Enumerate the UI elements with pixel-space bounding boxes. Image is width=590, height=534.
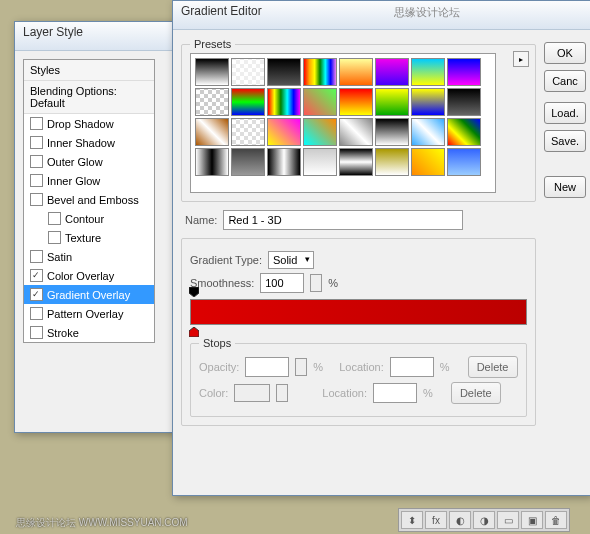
checkbox[interactable] — [30, 326, 43, 339]
preset-swatch[interactable] — [411, 148, 445, 176]
style-item-satin[interactable]: Satin — [24, 247, 154, 266]
style-item-stroke[interactable]: Stroke — [24, 323, 154, 342]
checkbox[interactable] — [30, 288, 43, 301]
preset-swatch[interactable] — [195, 118, 229, 146]
style-label: Texture — [65, 232, 101, 244]
preset-swatch[interactable] — [339, 88, 373, 116]
checkbox[interactable] — [30, 269, 43, 282]
style-label: Drop Shadow — [47, 118, 114, 130]
new-layer-icon[interactable]: ▣ — [521, 511, 543, 529]
preset-swatch[interactable] — [447, 88, 481, 116]
preset-swatch[interactable] — [195, 148, 229, 176]
checkbox[interactable] — [30, 193, 43, 206]
preset-swatch[interactable] — [267, 148, 301, 176]
presets-menu-icon[interactable]: ▸ — [513, 51, 529, 67]
style-label: Stroke — [47, 327, 79, 339]
style-label: Outer Glow — [47, 156, 103, 168]
checkbox[interactable] — [30, 155, 43, 168]
layers-toolbar: ⬍ fx ◐ ◑ ▭ ▣ 🗑 — [398, 508, 570, 532]
load-button[interactable]: Load. — [544, 102, 586, 124]
style-item-color-overlay[interactable]: Color Overlay — [24, 266, 154, 285]
checkbox[interactable] — [48, 231, 61, 244]
checkbox[interactable] — [48, 212, 61, 225]
checkbox[interactable] — [30, 250, 43, 263]
style-item-inner-glow[interactable]: Inner Glow — [24, 171, 154, 190]
preset-swatch[interactable] — [267, 118, 301, 146]
trash-icon[interactable]: 🗑 — [545, 511, 567, 529]
location-label: Location: — [339, 361, 384, 373]
preset-swatch[interactable] — [411, 58, 445, 86]
new-button[interactable]: New — [544, 176, 586, 198]
save-button[interactable]: Save. — [544, 130, 586, 152]
preset-swatch[interactable] — [303, 88, 337, 116]
layer-style-titlebar[interactable]: Layer Style — [15, 22, 175, 51]
svg-marker-0 — [189, 287, 199, 297]
preset-swatch[interactable] — [231, 148, 265, 176]
preset-swatch[interactable] — [339, 148, 373, 176]
blending-header[interactable]: Blending Options: Default — [24, 81, 154, 114]
preset-swatch[interactable] — [195, 58, 229, 86]
gradient-name-input[interactable] — [223, 210, 463, 230]
style-item-gradient-overlay[interactable]: Gradient Overlay — [24, 285, 154, 304]
preset-swatch[interactable] — [339, 58, 373, 86]
preset-swatch[interactable] — [375, 118, 409, 146]
preset-swatch[interactable] — [231, 58, 265, 86]
presets-label: Presets — [190, 38, 235, 50]
presets-panel: Presets ▸ — [181, 44, 536, 202]
preset-swatch[interactable] — [375, 58, 409, 86]
style-item-contour[interactable]: Contour — [24, 209, 154, 228]
style-item-pattern-overlay[interactable]: Pattern Overlay — [24, 304, 154, 323]
style-label: Gradient Overlay — [47, 289, 130, 301]
gradient-type-select[interactable]: Solid — [268, 251, 314, 269]
watermark-text: 思缘设计论坛 — [394, 5, 460, 20]
preset-swatch[interactable] — [339, 118, 373, 146]
style-item-inner-shadow[interactable]: Inner Shadow — [24, 133, 154, 152]
checkbox[interactable] — [30, 307, 43, 320]
opacity-stop-icon[interactable] — [189, 287, 199, 297]
style-item-drop-shadow[interactable]: Drop Shadow — [24, 114, 154, 133]
styles-list: Styles Blending Options: Default Drop Sh… — [23, 59, 155, 343]
preset-swatch[interactable] — [267, 88, 301, 116]
cancel-button[interactable]: Canc — [544, 70, 586, 92]
preset-swatch[interactable] — [231, 118, 265, 146]
gradient-bar[interactable] — [190, 299, 527, 325]
fx-icon[interactable]: fx — [425, 511, 447, 529]
preset-swatch[interactable] — [447, 118, 481, 146]
checkbox[interactable] — [30, 117, 43, 130]
gradient-editor-titlebar[interactable]: Gradient Editor — [173, 1, 590, 30]
preset-swatch[interactable] — [303, 58, 337, 86]
svg-marker-1 — [189, 327, 199, 337]
style-item-bevel-and-emboss[interactable]: Bevel and Emboss — [24, 190, 154, 209]
ok-button[interactable]: OK — [544, 42, 586, 64]
opacity-input — [245, 357, 289, 377]
preset-swatch[interactable] — [447, 148, 481, 176]
preset-swatch[interactable] — [411, 118, 445, 146]
preset-swatch[interactable] — [447, 58, 481, 86]
link-icon[interactable]: ⬍ — [401, 511, 423, 529]
style-item-outer-glow[interactable]: Outer Glow — [24, 152, 154, 171]
smoothness-spinner[interactable] — [310, 274, 322, 292]
folder-icon[interactable]: ▭ — [497, 511, 519, 529]
preset-swatch[interactable] — [267, 58, 301, 86]
adjustment-icon[interactable]: ◑ — [473, 511, 495, 529]
delete-color-stop-button: Delete — [451, 382, 501, 404]
preset-swatch[interactable] — [195, 88, 229, 116]
gradient-type-label: Gradient Type: — [190, 254, 262, 266]
color-stop-icon[interactable] — [189, 327, 199, 337]
style-label: Contour — [65, 213, 104, 225]
preset-swatch[interactable] — [411, 88, 445, 116]
preset-swatch[interactable] — [231, 88, 265, 116]
preset-grid — [190, 53, 496, 193]
style-item-texture[interactable]: Texture — [24, 228, 154, 247]
styles-header[interactable]: Styles — [24, 60, 154, 81]
checkbox[interactable] — [30, 174, 43, 187]
checkbox[interactable] — [30, 136, 43, 149]
preset-swatch[interactable] — [303, 118, 337, 146]
smoothness-input[interactable] — [260, 273, 304, 293]
mask-icon[interactable]: ◐ — [449, 511, 471, 529]
preset-swatch[interactable] — [375, 88, 409, 116]
preset-swatch[interactable] — [303, 148, 337, 176]
style-label: Bevel and Emboss — [47, 194, 139, 206]
stops-label: Stops — [199, 337, 235, 349]
preset-swatch[interactable] — [375, 148, 409, 176]
